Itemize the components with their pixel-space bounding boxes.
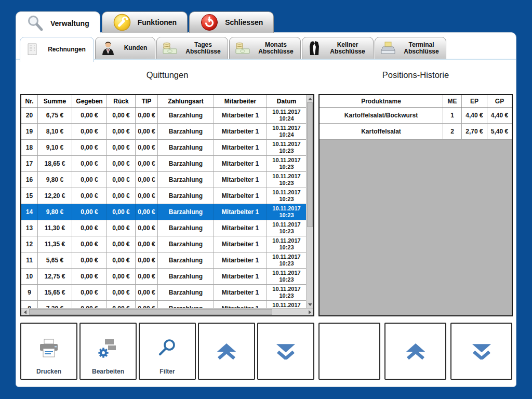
table-cell: Mitarbeiter 1 xyxy=(214,108,267,123)
table-cell: 0,00 € xyxy=(72,108,107,123)
table-cell: Mitarbeiter 1 xyxy=(214,188,267,204)
table-row[interactable]: 149,80 €0,00 €0,00 €0,00 €BarzahlungMita… xyxy=(21,204,306,220)
positions-page-down-button[interactable] xyxy=(450,323,512,380)
tab-verwaltung-label: Verwaltung xyxy=(50,19,89,28)
scroll-up-arrow[interactable] xyxy=(307,95,314,102)
tab-terminal-abschluesse[interactable]: Terminal Abschlüsse xyxy=(375,37,446,59)
positions-page-up-button[interactable] xyxy=(384,323,446,380)
table-cell: 0,00 € xyxy=(136,108,158,123)
tab-rechnungen[interactable]: Rechnungen xyxy=(20,37,94,62)
table-cell: 0,00 € xyxy=(72,252,107,268)
table-row[interactable]: 115,65 €0,00 €0,00 €0,00 €BarzahlungMita… xyxy=(21,252,306,269)
scroll-down-arrow[interactable] xyxy=(307,301,314,308)
horizontal-scrollbar[interactable] xyxy=(21,308,313,315)
tab-funktionen[interactable]: Funktionen xyxy=(102,11,188,33)
vertical-scroll-thumb[interactable] xyxy=(307,102,313,227)
table-cell: 0,00 € xyxy=(136,252,158,268)
table-cell: Barzahlung xyxy=(158,301,214,308)
tab-funktionen-label: Funktionen xyxy=(138,18,177,26)
quittungen-grid: Nr. Summe Gegeben Rück TIP Zahlungsart M… xyxy=(21,95,306,308)
table-row[interactable]: 206,75 €0,00 €0,00 €0,00 €BarzahlungMita… xyxy=(21,108,306,124)
scroll-left-arrow[interactable] xyxy=(21,309,29,316)
table-cell: 0,00 € xyxy=(107,285,136,300)
column-header: Produktname xyxy=(320,95,443,107)
table-row[interactable]: 1512,20 €0,00 €0,00 €0,00 €BarzahlungMit… xyxy=(21,188,306,204)
table-row[interactable]: Kartoffelsalat22,70 €5,40 € xyxy=(320,124,512,140)
table-cell: Barzahlung xyxy=(158,124,214,139)
table-cell: Mitarbeiter 1 xyxy=(214,301,267,308)
table-cell: 16 xyxy=(21,172,38,188)
filter-button[interactable]: Filter xyxy=(139,323,196,380)
table-row[interactable]: 915,65 €0,00 €0,00 €0,00 €BarzahlungMita… xyxy=(21,285,306,301)
tab-rechnungen-label: Rechnungen xyxy=(43,46,90,53)
datum-cell: 10.11.201710:23 xyxy=(267,236,306,252)
table-cell: Kartoffelsalat/Bockwurst xyxy=(320,108,443,123)
table-row[interactable]: 1311,30 €0,00 €0,00 €0,00 €BarzahlungMit… xyxy=(21,220,306,236)
table-cell: Kartoffelsalat xyxy=(320,124,443,139)
table-row[interactable]: 87,20 €0,00 €0,00 €0,00 €BarzahlungMitar… xyxy=(21,301,306,308)
table-row[interactable]: 169,80 €0,00 €0,00 €0,00 €BarzahlungMita… xyxy=(21,172,306,188)
table-cell: 0,00 € xyxy=(136,124,158,139)
terminal-icon xyxy=(380,41,396,55)
tab-kunden[interactable]: Kunden xyxy=(95,37,155,59)
tab-kunden-label: Kunden xyxy=(119,45,152,51)
table-cell: Barzahlung xyxy=(158,269,214,284)
table-cell: Mitarbeiter 1 xyxy=(214,252,267,268)
table-cell: 0,00 € xyxy=(72,124,107,139)
filter-icon xyxy=(157,338,178,359)
bearbeiten-button[interactable]: Bearbeiten xyxy=(79,323,137,380)
page-up-button[interactable] xyxy=(198,323,255,380)
column-header: EP xyxy=(462,95,487,107)
table-cell: 0,00 € xyxy=(107,140,136,155)
table-cell: 18 xyxy=(21,140,38,155)
table-cell: 7,20 € xyxy=(38,301,72,308)
column-header: Nr. xyxy=(21,95,38,107)
column-header: GP xyxy=(487,95,512,107)
vertical-scrollbar[interactable] xyxy=(306,95,313,308)
table-cell: Barzahlung xyxy=(158,108,214,123)
table-row[interactable]: 1012,75 €0,00 €0,00 €0,00 €BarzahlungMit… xyxy=(21,269,306,285)
table-cell: 5,40 € xyxy=(487,124,512,139)
datum-cell: 10.11.201710:23 xyxy=(267,220,306,236)
datum-cell: 10.11.201710:23 xyxy=(267,269,306,284)
column-header: TIP xyxy=(136,95,158,107)
right-action-buttons xyxy=(318,323,512,380)
content-panel: Rechnungen Kunden xyxy=(16,32,516,387)
horizontal-scroll-thumb[interactable] xyxy=(29,309,272,315)
tab-tages-abschluesse[interactable]: Tages Abschlüsse xyxy=(156,37,228,59)
table-cell: 0,00 € xyxy=(107,236,136,252)
table-row[interactable]: 189,10 €0,00 €0,00 €0,00 €BarzahlungMita… xyxy=(21,140,306,156)
datum-cell: 10.11.201710:24 xyxy=(267,124,306,139)
printer-icon xyxy=(37,339,60,358)
table-cell: 2 xyxy=(443,124,462,139)
table-row[interactable]: Kartoffelsalat/Bockwurst14,40 €4,40 € xyxy=(320,108,512,124)
datum-cell: 10.11.201710:23 xyxy=(267,204,306,220)
page-down-button[interactable] xyxy=(257,323,314,380)
blank-button[interactable] xyxy=(318,323,380,380)
table-cell: 11 xyxy=(21,252,38,268)
table-row[interactable]: 1718,65 €0,00 €0,00 €0,00 €BarzahlungMit… xyxy=(21,156,306,172)
table-cell: 0,00 € xyxy=(107,204,136,220)
table-cell: 0,00 € xyxy=(72,236,107,252)
column-header: Mitarbeiter xyxy=(214,95,267,107)
table-row[interactable]: 1211,35 €0,00 €0,00 €0,00 €BarzahlungMit… xyxy=(21,236,306,252)
tab-kellner-abschluesse[interactable]: Kellner Abschlüsse xyxy=(302,37,374,59)
table-cell: 0,00 € xyxy=(107,188,136,204)
table-cell: 0,00 € xyxy=(107,172,136,188)
table-cell: Barzahlung xyxy=(158,188,214,204)
table-cell: 0,00 € xyxy=(136,236,158,252)
table-cell: 17 xyxy=(21,156,38,171)
scroll-right-arrow[interactable] xyxy=(306,309,313,316)
table-row[interactable]: 198,10 €0,00 €0,00 €0,00 €BarzahlungMita… xyxy=(21,124,306,140)
table-cell: 14 xyxy=(21,204,38,220)
tab-verwaltung[interactable]: Verwaltung xyxy=(16,11,100,35)
table-cell: 11,35 € xyxy=(38,236,72,252)
table-cell: 0,00 € xyxy=(72,156,107,171)
table-cell: 0,00 € xyxy=(136,188,158,204)
tab-monats-abschluesse[interactable]: Monats Abschlüsse xyxy=(229,37,301,59)
receipt-icon xyxy=(25,42,39,58)
drucken-button[interactable]: Drucken xyxy=(20,323,77,380)
table-cell: 12,20 € xyxy=(38,188,72,204)
tab-schliessen[interactable]: Schliessen xyxy=(189,11,274,33)
table-cell: Barzahlung xyxy=(158,172,214,188)
